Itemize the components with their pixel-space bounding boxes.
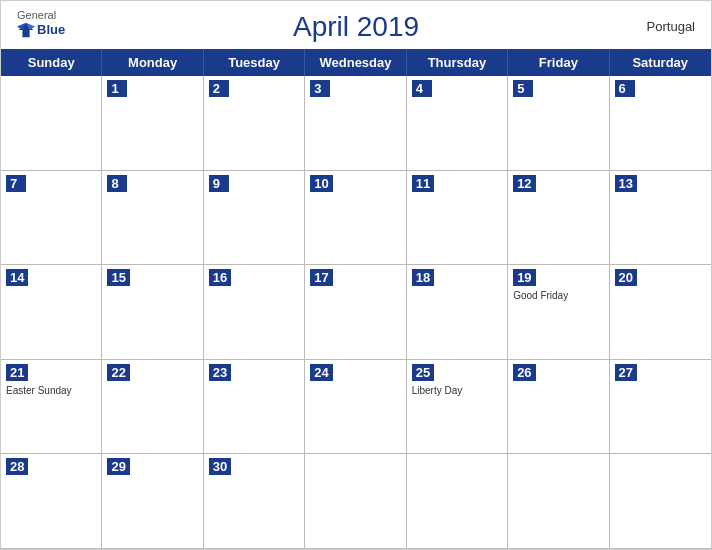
date-number: 25: [412, 364, 434, 381]
date-number: 26: [513, 364, 535, 381]
calendar-title: April 2019: [293, 11, 419, 43]
date-number: 17: [310, 269, 332, 286]
date-number: 4: [412, 80, 432, 97]
calendar-cell: 14: [1, 265, 102, 360]
day-header-wednesday: Wednesday: [305, 49, 406, 76]
date-number: 28: [6, 458, 28, 475]
calendar-cell: 10: [305, 171, 406, 266]
calendar-country: Portugal: [647, 19, 695, 34]
calendar-cell: 18: [407, 265, 508, 360]
calendar-container: General Blue April 2019 Portugal Sunday …: [0, 0, 712, 550]
day-header-thursday: Thursday: [407, 49, 508, 76]
date-number: 7: [6, 175, 26, 192]
day-headers-row: Sunday Monday Tuesday Wednesday Thursday…: [1, 49, 711, 76]
day-header-friday: Friday: [508, 49, 609, 76]
calendar-cell: 7: [1, 171, 102, 266]
calendar-cell: 19Good Friday: [508, 265, 609, 360]
calendar-cell: 16: [204, 265, 305, 360]
calendar-cell: [407, 454, 508, 549]
date-number: 3: [310, 80, 330, 97]
day-header-monday: Monday: [102, 49, 203, 76]
date-number: 9: [209, 175, 229, 192]
calendar-grid: 12345678910111213141516171819Good Friday…: [1, 76, 711, 549]
date-number: 2: [209, 80, 229, 97]
date-number: 21: [6, 364, 28, 381]
date-number: 11: [412, 175, 434, 192]
calendar-cell: 13: [610, 171, 711, 266]
calendar-cell: 6: [610, 76, 711, 171]
calendar-cell: 25Liberty Day: [407, 360, 508, 455]
date-number: 15: [107, 269, 129, 286]
date-number: 1: [107, 80, 127, 97]
date-number: 23: [209, 364, 231, 381]
date-number: 20: [615, 269, 637, 286]
calendar-cell: 11: [407, 171, 508, 266]
day-header-tuesday: Tuesday: [204, 49, 305, 76]
calendar-cell: 9: [204, 171, 305, 266]
calendar-cell: 12: [508, 171, 609, 266]
calendar-cell: 17: [305, 265, 406, 360]
calendar-cell: 23: [204, 360, 305, 455]
date-number: 16: [209, 269, 231, 286]
event-text: Liberty Day: [412, 385, 502, 396]
day-header-sunday: Sunday: [1, 49, 102, 76]
date-number: 14: [6, 269, 28, 286]
calendar-cell: [610, 454, 711, 549]
date-number: 24: [310, 364, 332, 381]
date-number: 12: [513, 175, 535, 192]
event-text: Good Friday: [513, 290, 603, 301]
calendar-cell: 20: [610, 265, 711, 360]
calendar-cell: 3: [305, 76, 406, 171]
calendar-cell: 29: [102, 454, 203, 549]
date-number: 18: [412, 269, 434, 286]
calendar-cell: [1, 76, 102, 171]
logo-blue: Blue: [17, 21, 65, 39]
date-number: 27: [615, 364, 637, 381]
calendar-cell: [508, 454, 609, 549]
calendar-cell: 4: [407, 76, 508, 171]
calendar-header: General Blue April 2019 Portugal: [1, 1, 711, 49]
calendar-cell: [305, 454, 406, 549]
calendar-cell: 27: [610, 360, 711, 455]
calendar-cell: 24: [305, 360, 406, 455]
date-number: 30: [209, 458, 231, 475]
calendar-cell: 2: [204, 76, 305, 171]
calendar-cell: 28: [1, 454, 102, 549]
date-number: 8: [107, 175, 127, 192]
calendar-cell: 30: [204, 454, 305, 549]
calendar-cell: 15: [102, 265, 203, 360]
date-number: 5: [513, 80, 533, 97]
day-header-saturday: Saturday: [610, 49, 711, 76]
date-number: 10: [310, 175, 332, 192]
calendar-cell: 21Easter Sunday: [1, 360, 102, 455]
date-number: 6: [615, 80, 635, 97]
calendar-cell: 1: [102, 76, 203, 171]
date-number: 13: [615, 175, 637, 192]
calendar-cell: 26: [508, 360, 609, 455]
logo-bird-icon: [17, 21, 35, 39]
calendar-cell: 5: [508, 76, 609, 171]
date-number: 29: [107, 458, 129, 475]
date-number: 22: [107, 364, 129, 381]
event-text: Easter Sunday: [6, 385, 96, 396]
logo-general: General: [17, 9, 56, 21]
calendar-cell: 22: [102, 360, 203, 455]
calendar-cell: 8: [102, 171, 203, 266]
logo: General Blue: [17, 9, 65, 39]
date-number: 19: [513, 269, 535, 286]
